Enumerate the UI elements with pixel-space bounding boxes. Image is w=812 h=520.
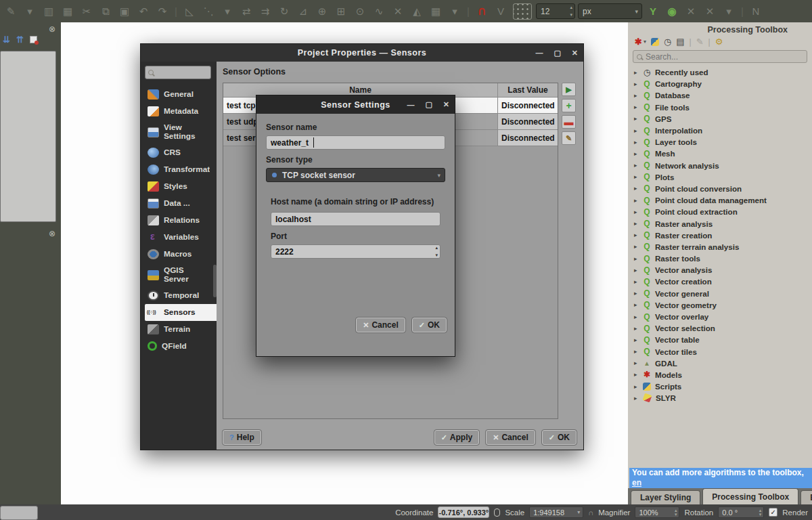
- expand-arrow-icon[interactable]: [634, 150, 639, 157]
- sidebar-item[interactable]: Styles: [145, 178, 211, 195]
- toolbox-item[interactable]: Recently used: [628, 66, 812, 78]
- expand-arrow-icon[interactable]: [634, 232, 639, 238]
- toolbox-item[interactable]: Vector table: [628, 334, 812, 345]
- toolbar-icon[interactable]: ◭: [409, 3, 425, 20]
- edit-sensor-button[interactable]: ✎: [562, 131, 576, 145]
- toolbox-item[interactable]: Vector creation: [628, 276, 812, 287]
- toolbox-item[interactable]: Network analysis: [628, 160, 812, 171]
- toolbar-icon[interactable]: ⊞: [333, 3, 349, 20]
- options-wrench-icon[interactable]: ⚙: [715, 37, 723, 47]
- toolbar-icon[interactable]: ▦: [60, 3, 76, 20]
- symbol-preview-button[interactable]: [513, 3, 532, 20]
- toolbox-item[interactable]: Plots: [628, 171, 812, 183]
- ok-button[interactable]: ✓ OK: [542, 430, 577, 445]
- sidebar-item[interactable]: View Settings: [145, 120, 211, 144]
- apply-button[interactable]: ✓ Apply: [434, 430, 480, 445]
- expand-arrow-icon[interactable]: [634, 220, 639, 227]
- toolbox-item[interactable]: Models: [628, 369, 812, 381]
- toolbox-item[interactable]: Vector geometry: [628, 299, 812, 311]
- size-spinbox[interactable]: 12 ▴▾: [536, 3, 575, 19]
- spin-arrows-icon[interactable]: ▴▾: [570, 5, 572, 17]
- toolbar-icon[interactable]: ▾: [22, 3, 38, 20]
- toolbox-item[interactable]: Vector selection: [628, 322, 812, 334]
- dock-tab[interactable]: Processing Toolbox: [702, 488, 798, 504]
- sidebar-item[interactable]: Macros: [145, 246, 211, 263]
- history-icon[interactable]: ◷: [664, 37, 671, 47]
- expand-arrow-icon[interactable]: [634, 325, 639, 332]
- search-input[interactable]: [646, 52, 803, 62]
- expand-arrow-icon[interactable]: [634, 127, 639, 134]
- close-panel-icon[interactable]: ⊗: [49, 229, 55, 238]
- expand-arrow-icon[interactable]: [634, 197, 639, 204]
- results-viewer-icon[interactable]: ▤: [676, 37, 684, 47]
- column-header-last-value[interactable]: Last Value: [498, 83, 558, 97]
- toolbar-icon[interactable]: ⊿: [295, 3, 311, 20]
- sidebar-item[interactable]: General: [145, 86, 211, 103]
- close-icon[interactable]: ✕: [443, 100, 449, 109]
- models-menu-icon[interactable]: ✱: [635, 37, 642, 47]
- spin-arrows-icon[interactable]: ▴▾: [675, 508, 677, 516]
- toolbar-icon[interactable]: |: [740, 3, 745, 20]
- expand-arrow-icon[interactable]: [634, 290, 639, 297]
- close-icon[interactable]: ✕: [572, 49, 578, 58]
- toolbar-icon[interactable]: ⧉: [97, 3, 114, 20]
- expand-arrow-icon[interactable]: [634, 92, 639, 99]
- toolbar-icon[interactable]: ∪: [474, 3, 490, 20]
- edit-features-icon[interactable]: ✎: [696, 37, 704, 47]
- toolbar-icon[interactable]: ✂: [78, 3, 95, 20]
- help-button[interactable]: ? Help: [223, 430, 261, 445]
- remove-layer-icon[interactable]: [30, 36, 37, 43]
- expand-arrow-icon[interactable]: [634, 162, 639, 169]
- locator-tab[interactable]: [0, 506, 38, 520]
- expand-arrow-icon[interactable]: [634, 395, 639, 402]
- toolbar-icon[interactable]: ◉: [664, 3, 680, 20]
- render-checkbox[interactable]: [769, 508, 777, 517]
- toolbar-icon[interactable]: ▾: [447, 3, 463, 20]
- toolbox-item[interactable]: Vector tiles: [628, 346, 812, 358]
- expand-all-icon[interactable]: ⇊: [3, 35, 10, 45]
- enable-providers-link[interactable]: en: [632, 478, 641, 488]
- port-spinbox[interactable]: [271, 244, 441, 259]
- coordinate-input[interactable]: [438, 506, 489, 518]
- toolbar-icon[interactable]: ▣: [116, 3, 133, 20]
- expand-arrow-icon[interactable]: [634, 313, 639, 320]
- toolbar-icon[interactable]: ✕: [390, 3, 406, 20]
- toolbar-icon[interactable]: ▦: [428, 3, 444, 20]
- rotation-spinbox[interactable]: 0.0 ° ▴▾: [718, 506, 764, 518]
- toolbox-item[interactable]: Vector general: [628, 288, 812, 299]
- toolbar-icon[interactable]: ↶: [135, 3, 152, 20]
- toolbar-icon[interactable]: ✕: [702, 3, 718, 20]
- sidebar-item[interactable]: Data ...: [145, 195, 211, 212]
- maximize-icon[interactable]: ▢: [554, 49, 560, 58]
- sidebar-item[interactable]: QField: [145, 338, 211, 354]
- ok-button[interactable]: ✓ OK: [412, 318, 447, 332]
- close-panel-icon[interactable]: ⊗: [49, 24, 55, 34]
- toolbox-item[interactable]: Raster creation: [628, 230, 812, 241]
- python-console-icon[interactable]: [651, 38, 659, 46]
- toolbar-icon[interactable]: ▾: [219, 3, 235, 20]
- toolbar-icon[interactable]: ↷: [154, 3, 171, 20]
- toolbar-icon[interactable]: |: [466, 3, 471, 20]
- expand-arrow-icon[interactable]: [634, 104, 639, 110]
- toolbar-icon[interactable]: |: [173, 3, 179, 20]
- expand-arrow-icon[interactable]: [634, 185, 639, 192]
- toolbar-icon[interactable]: ✎: [3, 3, 19, 20]
- expand-arrow-icon[interactable]: [634, 278, 639, 285]
- start-sensor-button[interactable]: ▶: [562, 83, 576, 96]
- sidebar-item[interactable]: CRS: [145, 144, 211, 161]
- remove-sensor-button[interactable]: ▬: [562, 115, 576, 129]
- sidebar-item[interactable]: Transformations: [145, 161, 211, 178]
- host-name-input[interactable]: [271, 212, 441, 226]
- sidebar-item[interactable]: Metadata: [145, 103, 211, 120]
- toolbox-item[interactable]: Raster terrain analysis: [628, 241, 812, 253]
- expand-arrow-icon[interactable]: [634, 139, 639, 146]
- expand-arrow-icon[interactable]: [634, 383, 639, 390]
- expand-arrow-icon[interactable]: [634, 360, 639, 366]
- expand-arrow-icon[interactable]: [634, 301, 639, 308]
- sidebar-item[interactable]: Sensors: [145, 304, 217, 321]
- sidebar-item[interactable]: QGIS Server: [145, 263, 211, 287]
- mouse-position-icon[interactable]: [494, 508, 500, 517]
- spin-arrows-icon[interactable]: ▴▾: [435, 246, 438, 257]
- scale-combo[interactable]: 1:949158 ▾: [529, 506, 583, 518]
- cancel-button[interactable]: ✕ Cancel: [486, 430, 535, 445]
